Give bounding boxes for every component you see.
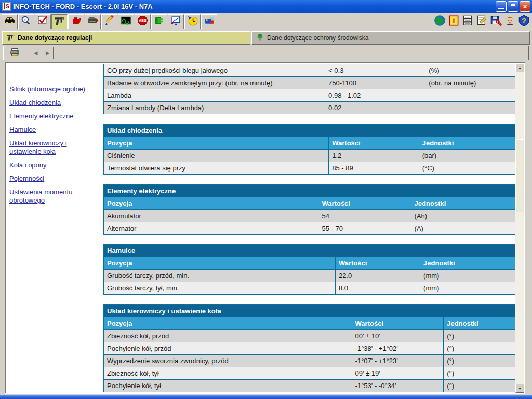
- toolbar-button-help[interactable]: ?: [517, 15, 530, 28]
- svg-text:i: i: [24, 17, 25, 22]
- sidebar-item-ustawienia-momentu[interactable]: Ustawienia momentu obrotowego: [9, 188, 99, 205]
- toolbar-button-edit-document[interactable]: [475, 15, 488, 28]
- taskbar-edge: [0, 395, 532, 399]
- arrow-left-icon: ◀: [34, 50, 38, 56]
- table-row: Układ kierowniczy i ustawienie koła: [104, 305, 515, 317]
- help-icon: ?: [518, 15, 530, 29]
- restore-button[interactable]: [508, 1, 518, 12]
- tab-regulation-data[interactable]: Dane dotyczące regulacji: [2, 31, 250, 45]
- table-row: Termostat otwiera się przy85 - 89(°C): [104, 162, 515, 175]
- cell-wartosc: -1°07' - +1°23': [352, 355, 444, 367]
- sidebar-item-uklad-chlodzenia[interactable]: Układ chłodzenia: [9, 99, 99, 107]
- data-table: Układ kierowniczy i ustawienie kołaPozyc…: [103, 304, 515, 392]
- table-row: Grubość tarczy, tył, min.8.0(mm): [104, 282, 515, 295]
- back-button[interactable]: ◀: [30, 47, 42, 59]
- checklist-icon: [37, 15, 48, 28]
- main-toolbar: iABS i?: [0, 13, 532, 30]
- cell-jednostka: (°): [444, 367, 515, 380]
- cell-jednostka: (obr. na minutę): [425, 77, 515, 89]
- oscilloscope-icon: [121, 15, 131, 28]
- column-header: Pozycja: [104, 257, 336, 270]
- abs-icon: ABS: [137, 15, 148, 28]
- tab-label: Dane dotyczące regulacji: [18, 34, 92, 42]
- sidebar-item-uklad-kierowniczy[interactable]: Układ kierowniczy i ustawienie koła: [9, 139, 99, 156]
- documents-icon: [462, 15, 474, 29]
- sidebar-item-elementy-elektryczne[interactable]: Elementy elektryczne: [9, 112, 99, 121]
- table-row: Zbieżność kół, przód00' ± 10'(°): [104, 330, 515, 342]
- toolbar-button-car[interactable]: [2, 14, 18, 29]
- column-header: Jednostki: [420, 257, 515, 270]
- toolbar-button-oil-can[interactable]: [68, 14, 84, 29]
- tab-environment-data[interactable]: Dane dotyczące ochrony środowiska: [251, 31, 530, 45]
- cell-wartosc: 0.02: [325, 102, 425, 114]
- edit-document-icon: [476, 15, 488, 29]
- table-row: Hamulce: [104, 245, 515, 257]
- sidebar-nav: Silnik (informacje ogólne)Układ chłodzen…: [6, 63, 103, 393]
- cell-pozycja: Termostat otwiera się przy: [104, 162, 329, 175]
- table-row: PozycjaWartościJednostki: [104, 197, 515, 210]
- history-nav: ◀ ▶: [30, 47, 54, 59]
- toolbar-button-schematic[interactable]: [168, 14, 184, 29]
- table-row: Pochylenie kół, tył-1°53' - -0°34'(°): [104, 380, 515, 392]
- column-header: Jednostki: [411, 197, 515, 210]
- sidebar-item-pojemnosci[interactable]: Pojemności: [9, 175, 99, 183]
- close-button[interactable]: ×: [520, 1, 530, 12]
- vertical-scrollbar[interactable]: ▲ ▼: [515, 63, 524, 393]
- svg-text:i: i: [453, 17, 455, 25]
- cell-jednostka: (°): [444, 330, 515, 342]
- forward-button[interactable]: ▶: [42, 47, 53, 59]
- toolbar-button-checklist[interactable]: [35, 14, 51, 29]
- print-button[interactable]: [7, 47, 22, 59]
- cell-pozycja: CO przy dużej prędkości biegu jałowego: [104, 64, 325, 77]
- scroll-down-button[interactable]: ▼: [515, 384, 524, 393]
- toolbar-button-oscilloscope[interactable]: [118, 14, 134, 29]
- table-row: Zbieżność kół, tył09' ± 19'(°): [104, 367, 515, 380]
- cell-wartosc: 85 - 89: [329, 162, 419, 175]
- sidebar-item-hamulce[interactable]: Hamulce: [9, 126, 99, 134]
- table-row: Zmiana Lambdy (Delta Lambda)0.02: [104, 102, 515, 114]
- toolbar-button-search-info[interactable]: i: [18, 14, 34, 29]
- toolbar-button-globe[interactable]: [433, 15, 446, 28]
- column-header: Wartości: [329, 137, 419, 150]
- toolbar-button-engine[interactable]: [85, 14, 101, 29]
- caliper-icon: [7, 33, 15, 43]
- sidebar-item-silnik[interactable]: Silnik (informacje ogólne): [9, 85, 99, 94]
- cell-wartosc: 55 - 70: [318, 222, 411, 235]
- connector-icon: [154, 15, 165, 28]
- pencil-icon: [104, 15, 115, 28]
- table-row: PozycjaWartościJednostki: [104, 137, 515, 150]
- toolbar-button-assembly[interactable]: [201, 14, 217, 29]
- toolbar-button-clock[interactable]: [184, 14, 201, 29]
- window-title: INFO-TECH - FORD - Escort - 2.0i 16V - N…: [13, 3, 495, 10]
- toolbar-button-person[interactable]: [503, 15, 516, 28]
- cell-jednostka: (%): [425, 64, 515, 77]
- scrollbar-thumb[interactable]: [515, 139, 524, 212]
- toolbar-button-pencil[interactable]: [101, 14, 117, 29]
- column-header: Wartości: [318, 197, 411, 210]
- toolbar-button-abs[interactable]: ABS: [135, 14, 151, 29]
- sidebar-item-kola-i-opony[interactable]: Koła i opony: [9, 161, 99, 169]
- cell-pozycja: Pochylenie kół, tył: [104, 380, 352, 392]
- table-row: Badanie w obwodzie zamkniętym przy: (obr…: [104, 77, 515, 89]
- print-toolbar: ◀ ▶: [0, 45, 532, 61]
- toolbar-button-caliper[interactable]: [51, 14, 68, 29]
- cell-jednostka: (A): [411, 222, 515, 235]
- scroll-up-button[interactable]: ▲: [515, 63, 524, 72]
- cell-jednostka: (bar): [419, 150, 515, 162]
- table-row: Elementy elektryczne: [104, 185, 515, 197]
- toolbar-button-save-key[interactable]: [489, 15, 502, 28]
- toolbar-button-documents[interactable]: [461, 15, 474, 28]
- info-icon: i: [448, 15, 460, 29]
- cell-pozycja: Lambda: [104, 89, 325, 102]
- oil-can-icon: [71, 15, 82, 28]
- save-key-icon: [490, 15, 502, 29]
- toolbar-button-connector[interactable]: [151, 14, 167, 29]
- clock-icon: [187, 15, 198, 28]
- table-title: Układ chłodzenia: [104, 125, 515, 137]
- tree-icon: [256, 33, 264, 43]
- cell-pozycja: Zbieżność kół, przód: [104, 330, 352, 342]
- toolbar-button-info[interactable]: i: [447, 15, 460, 28]
- minimize-button[interactable]: —: [496, 1, 507, 12]
- cell-jednostka: (°): [444, 380, 515, 392]
- triangle-down-icon: ▼: [518, 387, 522, 390]
